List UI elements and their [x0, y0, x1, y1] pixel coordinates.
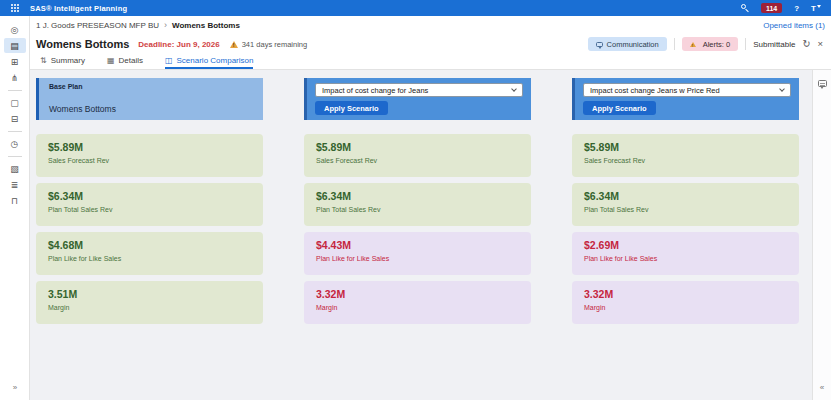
- communication-label: Communication: [607, 40, 659, 49]
- collapse-rail-button[interactable]: «: [820, 383, 824, 392]
- metric-label: Plan Like for Like Sales: [584, 255, 787, 262]
- search-icon[interactable]: [741, 4, 749, 12]
- alert-warning-icon: [690, 42, 696, 47]
- expand-sidebar-button[interactable]: »: [0, 383, 30, 392]
- tab-summary[interactable]: ⇅Summary: [40, 54, 85, 69]
- document-icon: ▢: [10, 98, 19, 108]
- help-icon[interactable]: ?: [794, 4, 799, 13]
- avatar-initial: T: [811, 4, 816, 13]
- metric-label: Plan Like for Like Sales: [316, 255, 519, 262]
- metric-label: Margin: [48, 304, 251, 311]
- metric-value: $2.69M: [584, 239, 787, 251]
- user-avatar[interactable]: T: [811, 4, 821, 13]
- days-remaining-text: 341 days remaining: [242, 40, 307, 49]
- scenario-select[interactable]: Impact cost change Jeans w Price Red: [583, 83, 791, 97]
- chevron-down-icon: [511, 86, 517, 92]
- divider: [674, 38, 675, 50]
- sidebar-item-reports[interactable]: ▧: [4, 161, 26, 176]
- app-window: SAS® Intelligent Planning 114 ? T ◎ ▤ ⊞ …: [0, 0, 831, 400]
- apply-scenario-button[interactable]: Apply Scenario: [583, 101, 656, 115]
- alerts-button[interactable]: Alerts: 0: [682, 37, 739, 51]
- breadcrumb: 1 J. Goods PRESEASON MFP BU › Womens Bot…: [36, 20, 240, 30]
- breadcrumb-row: 1 J. Goods PRESEASON MFP BU › Womens Bot…: [30, 16, 831, 34]
- communication-button[interactable]: Communication: [588, 37, 667, 51]
- sidebar-item-archive[interactable]: ⊟: [4, 111, 26, 126]
- metric-label: Plan Like for Like Sales: [48, 255, 251, 262]
- metric-card-like-for-like: $2.69M Plan Like for Like Sales: [572, 232, 799, 275]
- brand-title: SAS® Intelligent Planning: [30, 4, 127, 13]
- opened-items-link[interactable]: Opened items (1): [763, 21, 825, 30]
- base-plan-title: Base Plan: [49, 83, 253, 90]
- refresh-icon[interactable]: ↻: [802, 39, 810, 49]
- share-icon: ⋔: [11, 73, 19, 83]
- metric-label: Margin: [316, 304, 519, 311]
- sidebar-item-documents[interactable]: ▢: [4, 95, 26, 110]
- metric-card-plan-total-sales: $6.34M Plan Total Sales Rev: [572, 183, 799, 226]
- notification-badge[interactable]: 114: [761, 3, 782, 13]
- scenario-column-1: Impact of cost change for Jeans Apply Sc…: [304, 78, 531, 400]
- tab-label: Summary: [51, 56, 85, 65]
- metric-card-plan-total-sales: $6.34M Plan Total Sales Rev: [304, 183, 531, 226]
- metric-card-like-for-like: $4.43M Plan Like for Like Sales: [304, 232, 531, 275]
- metric-value: $4.43M: [316, 239, 519, 251]
- comment-icon[interactable]: [818, 80, 827, 87]
- tab-bar: ⇅Summary ▦Details ◫Scenario Comparison: [30, 54, 831, 70]
- metric-label: Margin: [584, 304, 787, 311]
- history-icon: ◷: [11, 139, 19, 149]
- sidebar-item-share[interactable]: ⋔: [4, 70, 26, 85]
- explore-icon: ◎: [11, 25, 19, 35]
- metric-value: 3.51M: [48, 288, 251, 300]
- close-icon[interactable]: ×: [817, 39, 823, 49]
- metric-label: Sales Forecast Rev: [584, 157, 787, 164]
- sidebar-item-lock[interactable]: ⊓: [4, 193, 26, 208]
- report-icon: ▧: [10, 164, 19, 174]
- divider: [745, 38, 746, 50]
- metric-card-sales-forecast: $5.89M Sales Forecast Rev: [572, 134, 799, 177]
- comparison-icon: ◫: [165, 56, 173, 65]
- metric-label: Plan Total Sales Rev: [316, 206, 519, 213]
- metric-card-margin: 3.32M Margin: [572, 281, 799, 324]
- sidebar-item-layers[interactable]: ≣: [4, 177, 26, 192]
- tab-scenario-comparison[interactable]: ◫Scenario Comparison: [165, 54, 254, 69]
- sidebar-divider: [8, 90, 22, 91]
- scenario-header-2: Impact cost change Jeans w Price Red App…: [572, 78, 799, 120]
- breadcrumb-current: Womens Bottoms: [172, 21, 240, 30]
- scenario-column-2: Impact cost change Jeans w Price Red App…: [572, 78, 799, 400]
- metric-label: Sales Forecast Rev: [316, 157, 519, 164]
- sidebar-item-workbench[interactable]: ⊞: [4, 54, 26, 69]
- alerts-label: Alerts: 0: [703, 40, 731, 49]
- metric-card-margin: 3.32M Margin: [304, 281, 531, 324]
- tab-details[interactable]: ▦Details: [107, 54, 143, 69]
- scenario-comparison-panel: Base Plan Womens Bottoms $5.89M Sales Fo…: [30, 70, 812, 400]
- left-sidebar: ◎ ▤ ⊞ ⋔ ▢ ⊟ ◷ ▧ ≣ ⊓ »: [0, 16, 30, 400]
- metric-label: Plan Total Sales Rev: [584, 206, 787, 213]
- metric-card-margin: 3.51M Margin: [36, 281, 263, 324]
- sidebar-item-history[interactable]: ◷: [4, 136, 26, 151]
- page-title: Womens Bottoms: [36, 38, 129, 50]
- metric-value: $5.89M: [584, 141, 787, 153]
- metric-card-plan-total-sales: $6.34M Plan Total Sales Rev: [36, 183, 263, 226]
- tab-label: Details: [119, 56, 143, 65]
- metric-label: Plan Total Sales Rev: [48, 206, 251, 213]
- metric-value: $6.34M: [584, 190, 787, 202]
- plans-icon: ▤: [10, 41, 19, 51]
- scenario-select-value: Impact cost change Jeans w Price Red: [590, 86, 720, 95]
- sidebar-divider: [8, 156, 22, 157]
- base-plan-header: Base Plan Womens Bottoms: [36, 78, 263, 120]
- apply-scenario-button[interactable]: Apply Scenario: [315, 101, 388, 115]
- metric-value: $5.89M: [48, 141, 251, 153]
- breadcrumb-root[interactable]: 1 J. Goods PRESEASON MFP BU: [36, 21, 159, 30]
- lock-icon: ⊓: [11, 196, 18, 206]
- scenario-select[interactable]: Impact of cost change for Jeans: [315, 83, 523, 97]
- tab-label: Scenario Comparison: [177, 56, 254, 65]
- summary-icon: ⇅: [40, 56, 47, 65]
- sidebar-item-explore[interactable]: ◎: [4, 22, 26, 37]
- top-bar: SAS® Intelligent Planning 114 ? T: [0, 0, 831, 16]
- sidebar-item-plans[interactable]: ▤: [4, 38, 26, 53]
- app-launcher-icon[interactable]: [0, 0, 30, 16]
- chevron-down-icon: [779, 86, 785, 92]
- workbench-icon: ⊞: [11, 57, 19, 67]
- metric-value: $6.34M: [48, 190, 251, 202]
- layers-icon: ≣: [11, 180, 19, 190]
- scenario-select-value: Impact of cost change for Jeans: [322, 86, 428, 95]
